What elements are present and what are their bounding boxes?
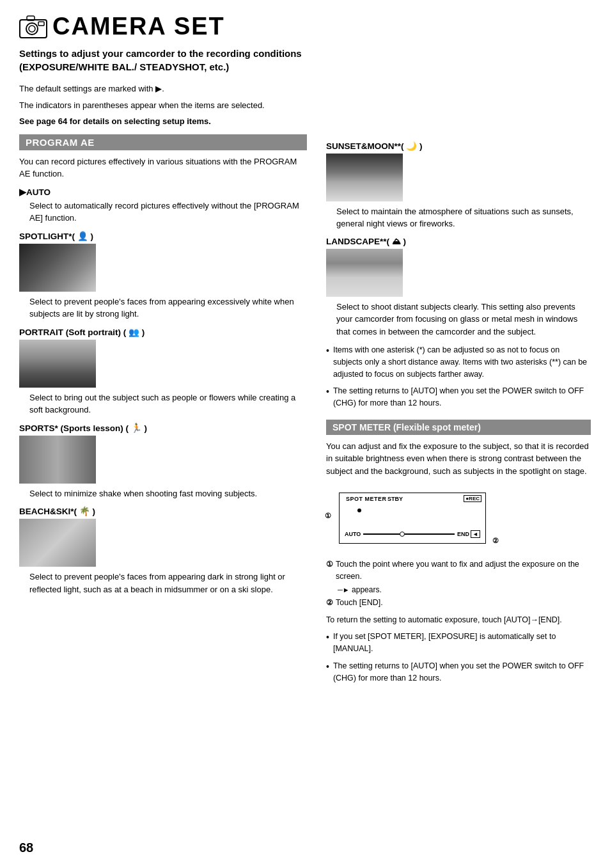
appears-line: ─► appears. — [338, 585, 591, 594]
diagram-label-stby: STBY — [387, 496, 403, 502]
end-bullets: • If you set [SPOT METER], [EXPOSURE] is… — [326, 631, 591, 684]
step-2-num: ② — [326, 597, 333, 609]
diagram-slider — [363, 533, 455, 535]
portrait-image-container — [19, 340, 307, 388]
diagram-slider-thumb — [400, 532, 405, 537]
diagram-dot — [357, 509, 361, 512]
step-2: ② Touch [END]. — [326, 597, 591, 609]
diagram-auto-label: AUTO — [345, 531, 361, 537]
camera-icon — [19, 15, 47, 39]
diagram-label-rec: ●REC — [464, 495, 481, 502]
diagram-num-2: ② — [492, 537, 499, 545]
right-column: SUNSET&MOON**( 🌙 ) Select to maintain th… — [326, 134, 591, 690]
svg-rect-4 — [38, 22, 44, 26]
spot-meter-diagram: SPOT METER STBY ●REC AUTO END ◄ — [339, 493, 486, 544]
return-text: To return the setting to automatic expos… — [326, 614, 591, 626]
intro-bold: See page 64 for details on selecting set… — [19, 115, 313, 128]
bullet-text-2: The setting returns to [AUTO] when you s… — [333, 385, 591, 409]
end-bullet-dot-2: • — [326, 660, 329, 684]
sports-desc: Select to minimize shake when shooting f… — [19, 487, 307, 500]
step-1-text: Touch the point where you want to fix an… — [336, 558, 591, 583]
diagram-num-1: ① — [325, 512, 331, 520]
end-bullet-dot-1: • — [326, 631, 329, 655]
bullet-dot-2: • — [326, 385, 329, 409]
landscape-desc: Select to shoot distant subjects clearly… — [326, 301, 591, 338]
sports-title: SPORTS* (Sports lesson) ( 🏃 ) — [19, 423, 307, 433]
step-2-text: Touch [END]. — [336, 597, 383, 609]
spot-meter-section: SPOT METER (Flexible spot meter) You can… — [326, 420, 591, 684]
svg-point-2 — [29, 26, 35, 32]
auto-desc: Select to automatically record pictures … — [19, 200, 307, 225]
portrait-title: PORTRAIT (Soft portrait) ( 👥 ) — [19, 327, 307, 337]
intro-line-2: The indicators in parentheses appear whe… — [19, 99, 313, 112]
intro-line-1: The default settings are marked with ▶. — [19, 83, 313, 95]
diagram-bar: AUTO END ◄ — [345, 530, 480, 538]
appears-label: appears. — [352, 585, 382, 594]
bullet-dot-1: • — [326, 344, 329, 380]
spotlight-desc: Select to prevent people's faces from ap… — [19, 296, 307, 320]
svg-point-1 — [26, 23, 38, 35]
spot-meter-header: SPOT METER (Flexible spot meter) — [326, 420, 591, 435]
left-column: PROGRAM AE You can record pictures effec… — [19, 134, 307, 690]
sunset-desc: Select to maintain the atmosphere of sit… — [326, 205, 591, 230]
step-1-num: ① — [326, 558, 333, 583]
svg-rect-0 — [20, 20, 47, 38]
sports-image-container — [19, 436, 307, 484]
beach-image — [19, 519, 96, 567]
page-title: CAMERA SET — [52, 13, 225, 40]
auto-title: ▶AUTO — [19, 187, 307, 197]
sunset-title: SUNSET&MOON**( 🌙 ) — [326, 141, 591, 151]
bullet-text-1: Items with one asterisk (*) can be adjus… — [333, 344, 591, 380]
appears-arrow-symbol: ─► — [338, 586, 350, 594]
landscape-image-container — [326, 249, 591, 297]
end-bullet-2: • The setting returns to [AUTO] when you… — [326, 660, 591, 684]
diagram-inner: SPOT METER STBY ●REC AUTO END ◄ — [340, 493, 485, 543]
landscape-image — [326, 249, 403, 297]
diagram-end-box: ◄ — [471, 530, 480, 538]
program-ae-header: PROGRAM AE — [19, 134, 307, 150]
diagram-end-label: END — [457, 531, 469, 537]
end-bullet-text-2: The setting returns to [AUTO] when you s… — [333, 660, 591, 684]
bullet-item-1: • Items with one asterisk (*) can be adj… — [326, 344, 591, 380]
spotlight-image-container — [19, 244, 307, 292]
end-bullet-1: • If you set [SPOT METER], [EXPOSURE] is… — [326, 631, 591, 655]
beach-desc: Select to prevent people's faces from ap… — [19, 571, 307, 596]
sports-image — [19, 436, 96, 484]
steps-container: ① Touch the point where you want to fix … — [326, 558, 591, 608]
spotlight-image — [19, 244, 96, 292]
page-header: CAMERA SET — [19, 13, 591, 40]
end-bullet-text-1: If you set [SPOT METER], [EXPOSURE] is a… — [333, 631, 591, 655]
diagram-label-spot: SPOT METER — [346, 496, 387, 502]
spot-meter-diagram-wrapper: ① SPOT METER STBY ●REC AUTO EN — [339, 493, 486, 549]
step-1: ① Touch the point where you want to fix … — [326, 558, 591, 583]
portrait-desc: Select to bring out the subject such as … — [19, 391, 307, 416]
subtitle: Settings to adjust your camcorder to the… — [19, 47, 313, 74]
spot-meter-desc: You can adjust and fix the exposure to t… — [326, 440, 591, 478]
portrait-image — [19, 340, 96, 388]
spotlight-title: SPOTLIGHT*( 👤 ) — [19, 231, 307, 241]
beach-image-container — [19, 519, 307, 567]
page-number: 68 — [19, 840, 33, 855]
landscape-title: LANDSCAPE**( ⛰ ) — [326, 237, 591, 246]
bullet-item-2: • The setting returns to [AUTO] when you… — [326, 385, 591, 409]
sunset-image — [326, 154, 403, 201]
beach-title: BEACH&SKI*( 🌴 ) — [19, 506, 307, 516]
right-col-bullets: • Items with one asterisk (*) can be adj… — [326, 344, 591, 409]
program-ae-intro: You can record pictures effectively in v… — [19, 155, 307, 180]
sunset-image-container — [326, 154, 591, 201]
